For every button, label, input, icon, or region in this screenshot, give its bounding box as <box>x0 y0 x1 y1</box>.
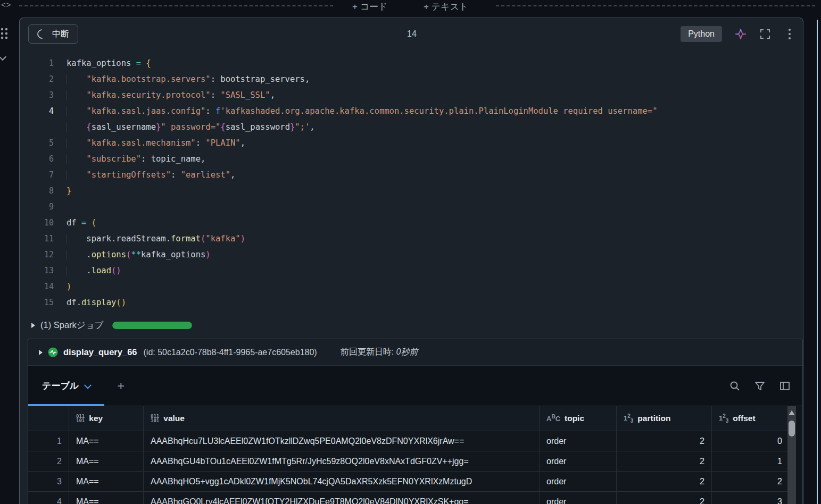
string-type-icon: ABC <box>546 414 560 423</box>
table-cell[interactable]: 3 <box>28 472 69 492</box>
drag-handle-icon[interactable] <box>0 28 9 40</box>
add-visualization-button[interactable]: + <box>117 380 125 392</box>
kebab-menu-icon[interactable] <box>784 28 795 40</box>
code-line[interactable]: 2 "kafka.bootstrap.servers": bootstrap_s… <box>20 71 802 87</box>
code-line[interactable]: 8} <box>20 183 802 199</box>
table-cell[interactable]: MA== <box>69 451 144 472</box>
table-cell[interactable]: MA== <box>69 431 144 451</box>
streaming-status-icon <box>48 347 58 357</box>
table-cell[interactable]: MA== <box>69 472 144 492</box>
results-table: 011101key011101valueABCtopic123partition… <box>28 406 802 504</box>
table-cell[interactable]: order <box>540 492 617 504</box>
code-line[interactable]: 5 "kafka.sasl.mechanism": "PLAIN", <box>20 135 802 151</box>
line-number: 7 <box>20 167 67 183</box>
spark-progress-bar <box>112 322 192 329</box>
code-line[interactable]: 6 "subscribe": topic_name, <box>20 151 802 167</box>
line-number: 1 <box>20 55 67 71</box>
assistant-sparkle-icon[interactable] <box>735 28 747 40</box>
table-body: 1MA==AAABhqHcu7LU3lcAEEl0ZW1fOTkzllDZwq5… <box>28 431 802 504</box>
notebook-add-cell-bar: <> + コード + テキスト <box>0 0 821 18</box>
interrupt-button[interactable]: 中断 <box>28 24 78 44</box>
line-number: 6 <box>20 151 67 167</box>
query-updated-value: 0秒前 <box>396 347 418 356</box>
table-cell[interactable]: 2 <box>617 431 712 451</box>
interrupt-label: 中断 <box>52 29 69 40</box>
code-line[interactable]: 13 .load() <box>20 263 802 279</box>
query-last-updated: 前回更新日時: 0秒前 <box>341 347 418 358</box>
line-number: 10 <box>20 215 67 231</box>
add-code-button[interactable]: + コード <box>352 0 387 13</box>
table-cell[interactable]: MA== <box>69 492 144 504</box>
column-header-key[interactable]: 011101key <box>69 406 144 431</box>
column-header-offset[interactable]: 123offset <box>712 406 790 431</box>
line-number: 3 <box>20 87 67 103</box>
expand-caret-icon[interactable] <box>39 350 43 355</box>
code-line[interactable]: {sasl_username}" password="{sasl_passwor… <box>20 119 802 135</box>
table-cell[interactable]: order <box>540 431 617 451</box>
table-header-row: 011101key011101valueABCtopic123partition… <box>28 406 802 431</box>
table-row[interactable]: 1MA==AAABhqHcu7LU3lcAEEl0ZW1fOTkzllDZwq5… <box>28 431 802 451</box>
table-cell[interactable]: AAABhqHcu7LU3lcAEEl0ZW1fOTkzllDZwq5PE0AM… <box>144 431 540 451</box>
expand-caret-icon[interactable] <box>31 323 35 328</box>
table-cell[interactable]: 2 <box>28 451 69 472</box>
table-cell[interactable]: AAABhqHO5+vgg1cADkl0ZW1fMjK5NObL74cjQA5D… <box>144 472 540 492</box>
code-line[interactable]: 15df.display() <box>20 295 802 310</box>
column-header-topic[interactable]: ABCtopic <box>540 406 617 431</box>
table-cell[interactable]: order <box>540 472 617 492</box>
code-line[interactable]: 12 .options(**kafka_options) <box>20 247 802 263</box>
code-line[interactable]: 3 "kafka.security.protocol": "SASL_SSL", <box>20 87 802 103</box>
code-icon: <> <box>1 0 12 9</box>
code-line[interactable]: 1kafka_options = { <box>20 55 802 71</box>
line-number: 4 <box>20 103 67 119</box>
fullscreen-icon[interactable] <box>759 28 771 40</box>
side-panel-layout-icon[interactable] <box>779 380 791 392</box>
line-number <box>20 119 67 135</box>
table-cell[interactable]: 0 <box>712 431 790 451</box>
scroll-up-arrow-icon[interactable] <box>789 410 795 415</box>
line-number: 8 <box>20 183 67 199</box>
code-line[interactable]: 14) <box>20 279 802 295</box>
tab-table[interactable]: テーブル <box>28 366 104 406</box>
chevron-down-icon <box>84 381 92 389</box>
binary-type-icon: 011101 <box>151 414 159 423</box>
table-cell[interactable]: 1 <box>28 431 69 451</box>
table-row[interactable]: 2MA==AAABhqGU4bTOu1cAEEl0ZW1fMTg5Rr/JyHc… <box>28 451 802 472</box>
table-cell[interactable]: 4 <box>28 492 69 504</box>
table-cell[interactable]: 2 <box>617 451 712 472</box>
column-header-index[interactable] <box>28 406 69 431</box>
table-scrollbar[interactable] <box>787 406 796 504</box>
divider <box>496 5 815 6</box>
line-number: 14 <box>20 279 67 295</box>
code-editor[interactable]: 1kafka_options = {2 "kafka.bootstrap.ser… <box>20 55 802 310</box>
table-row[interactable]: 3MA==AAABhqHO5+vgg1cADkl0ZW1fMjK5NObL74c… <box>28 472 802 492</box>
add-text-button[interactable]: + テキスト <box>424 0 468 13</box>
table-cell[interactable]: 2 <box>617 492 712 504</box>
table-cell[interactable]: 2 <box>617 472 712 492</box>
code-line[interactable]: 11 spark.readStream.format("kafka") <box>20 231 802 247</box>
column-header-partition[interactable]: 123partition <box>617 406 712 431</box>
code-line[interactable]: 7 "startingOffsets": "earliest", <box>20 167 802 183</box>
table-cell[interactable]: order <box>540 451 617 472</box>
table-cell[interactable]: 2 <box>712 472 790 492</box>
scrollbar-thumb[interactable] <box>789 421 795 436</box>
filter-icon[interactable] <box>754 380 766 392</box>
table-cell[interactable]: 3 <box>712 492 790 504</box>
search-icon[interactable] <box>729 380 741 392</box>
table-cell[interactable]: AAABhqGO0Lry4lcAEEl0ZW1fOTY2HlZXDuEe9T8M… <box>144 492 540 504</box>
line-number: 5 <box>20 135 67 151</box>
column-header-value[interactable]: 011101value <box>144 406 540 431</box>
results-panel: display_query_66 (id: 50c1a2c0-78b8-4ff1… <box>28 339 803 504</box>
streaming-query-header[interactable]: display_query_66 (id: 50c1a2c0-78b8-4ff1… <box>28 339 802 366</box>
divider <box>19 5 333 6</box>
table-cell[interactable]: AAABhqGU4bTOu1cAEEl0ZW1fMTg5Rr/JyHc59z8O… <box>144 451 540 472</box>
collapse-cell-chevron-icon[interactable] <box>0 52 6 58</box>
code-line[interactable]: 4 "kafka.sasl.jaas.config": f'kafkashade… <box>20 103 802 119</box>
table-row[interactable]: 4MA==AAABhqGO0Lry4lcAEEl0ZW1fOTY2HlZXDuE… <box>28 492 802 504</box>
code-line[interactable]: 10df = ( <box>20 215 802 231</box>
table-cell[interactable]: 1 <box>712 451 790 472</box>
code-lines: 1kafka_options = {2 "kafka.bootstrap.ser… <box>20 55 802 310</box>
language-selector-button[interactable]: Python <box>681 26 722 42</box>
code-line[interactable]: 9 <box>20 199 802 215</box>
line-number: 9 <box>20 199 67 215</box>
notebook-cell: 14 中断 Python <box>19 18 803 504</box>
